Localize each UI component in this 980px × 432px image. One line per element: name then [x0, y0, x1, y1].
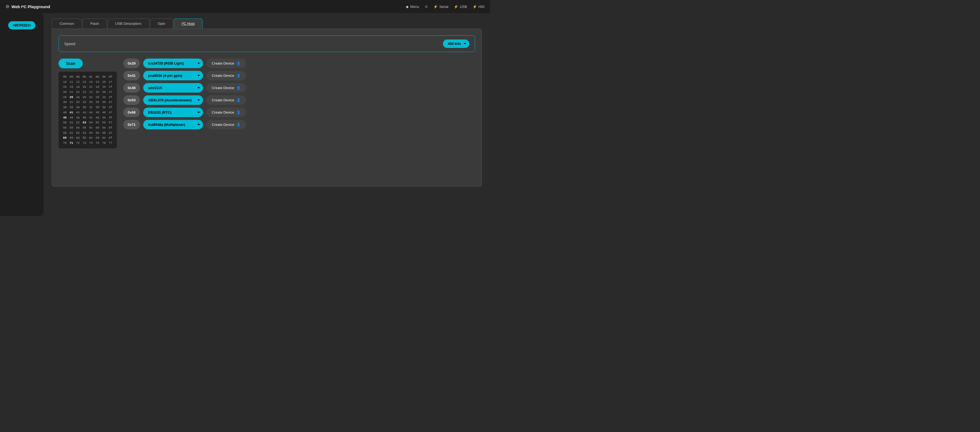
create-device-button[interactable]: Create Device 👤 [206, 83, 246, 92]
hex-row: 6061626364656667 [62, 131, 113, 135]
hex-row: 2021222324252627 [62, 89, 113, 95]
hex-cell: 74 [89, 140, 93, 146]
hex-cell: 46 [102, 110, 107, 115]
hex-cell: 54 [89, 120, 93, 125]
hex-cell: 6e [102, 135, 107, 140]
hex-cell: 52 [75, 120, 80, 125]
device-type-select[interactable]: tcs34725 (RGB Light) [143, 59, 203, 68]
device-row: 0x53ADXL375 (Accelerometer)Create Device… [123, 95, 475, 105]
create-device-button[interactable]: Create Device 👤 [206, 71, 246, 80]
hex-cell: 43 [82, 110, 87, 115]
device-row: 0x68DS3231 (RTC)Create Device 👤 [123, 108, 475, 117]
usb-lightning-icon: ⚡ [454, 5, 458, 9]
scan-button[interactable]: Scan [59, 59, 83, 69]
create-device-button[interactable]: Create Device 👤 [206, 95, 246, 105]
serial-nav-item[interactable]: ⚡ Serial [433, 5, 449, 9]
scan-left: Scan 08090a0b0c0d0e0f1011121314151617181… [59, 59, 117, 148]
hex-cell: 4d [95, 115, 100, 120]
menu-button[interactable]: ◆ Menu [406, 5, 419, 9]
hex-cell: 42 [75, 110, 80, 115]
hex-cell: 64 [89, 131, 93, 135]
person-icon: 👤 [236, 73, 241, 78]
speed-label: Speed [64, 41, 75, 46]
device-row: 0x71tca9548a (Multiplexer)Create Device … [123, 120, 475, 129]
hex-row: 1011121314151617 [62, 80, 113, 85]
main-content: Common Flash USB Descriptors Gpio I²C Ho… [43, 13, 490, 216]
hex-cell: 3c [89, 105, 93, 110]
device-type-select[interactable]: tca9548a (Multiplexer) [143, 120, 203, 129]
hex-cell: 59 [69, 125, 74, 131]
hex-cell: 3f [108, 105, 113, 110]
header-nav: ◆ Menu ⚙ ⚡ Serial ⚡ USB ⚡ HID [406, 5, 485, 9]
hex-cell: 12 [75, 80, 80, 85]
tab-gpio[interactable]: Gpio [150, 19, 173, 29]
hex-cell: 4a [75, 115, 80, 120]
main-layout: <MCP2221> Common Flash USB Descriptors G… [0, 13, 490, 216]
create-device-button[interactable]: Create Device 👤 [206, 120, 246, 129]
hex-cell: 27 [108, 89, 113, 95]
person-icon: 👤 [236, 98, 241, 102]
hex-cell: 16 [102, 80, 107, 85]
hex-cell: 47 [108, 110, 113, 115]
hex-cell: 22 [75, 89, 80, 95]
hex-cell: 77 [108, 140, 113, 146]
create-device-button[interactable]: Create Device 👤 [206, 108, 246, 117]
speed-select[interactable]: 100 kHz 400 kHz 1 MHz [443, 40, 469, 48]
tab-i2c-host[interactable]: I²C Host [174, 19, 202, 29]
hex-cell: 63 [82, 131, 87, 135]
hex-cell: 29 [69, 95, 74, 100]
tab-bar: Common Flash USB Descriptors Gpio I²C Ho… [52, 19, 482, 29]
hex-cell: 14 [89, 80, 93, 85]
sidebar-device-label[interactable]: <MCP2221> [8, 21, 35, 29]
hex-cell: 18 [62, 84, 67, 89]
hex-cell: 3d [95, 105, 100, 110]
hex-cell: 31 [69, 100, 74, 105]
hex-cell: 5d [95, 125, 100, 131]
device-list: 0x29tcs34725 (RGB Light)Create Device 👤0… [123, 59, 475, 129]
header-settings-icon[interactable]: ⚙ [425, 5, 428, 9]
hex-cell: 15 [95, 80, 100, 85]
hex-cell: 13 [82, 80, 87, 85]
hex-cell: 5c [89, 125, 93, 131]
device-type-select[interactable]: DS3231 (RTC) [143, 108, 203, 117]
hex-cell: 23 [82, 89, 87, 95]
hex-cell: 24 [89, 89, 93, 95]
app-title-text: Web I²C Playground [11, 4, 50, 9]
hex-row: 58595a5b5c5d5e5f [62, 125, 113, 131]
hex-cell: 32 [75, 100, 80, 105]
hex-cell: 6d [95, 135, 100, 140]
hex-cell: 0a [75, 74, 80, 80]
tab-content-i2c-host: Speed 100 kHz 400 kHz 1 MHz Scan 08090a0… [52, 29, 482, 187]
hex-grid: 08090a0b0c0d0e0f101112131415161718191a1b… [59, 72, 117, 148]
tab-i2c-host-label: I²C Host [181, 22, 195, 26]
hex-cell: 3a [75, 105, 80, 110]
tab-common[interactable]: Common [52, 19, 82, 29]
device-type-select[interactable]: pca9536 (4-pin gpio) [143, 71, 203, 80]
hex-row: 7071727374757677 [62, 140, 113, 146]
hex-cell: 73 [82, 140, 87, 146]
device-type-select[interactable]: ads1115 [143, 83, 203, 92]
hex-cell: 2d [95, 95, 100, 100]
hex-cell: 30 [62, 100, 67, 105]
hid-lightning-icon: ⚡ [473, 5, 477, 9]
tab-flash[interactable]: Flash [83, 19, 107, 29]
hex-row: 38393a3b3c3d3e3f [62, 105, 113, 110]
device-type-select[interactable]: ADXL375 (Accelerometer) [143, 95, 203, 105]
hex-cell: 2f [108, 95, 113, 100]
hex-cell: 41 [69, 110, 74, 115]
hex-cell: 33 [82, 100, 87, 105]
create-device-button[interactable]: Create Device 👤 [206, 59, 246, 68]
hex-cell: 36 [102, 100, 107, 105]
tab-usb-descriptors[interactable]: USB Descriptors [108, 19, 150, 29]
hid-nav-item[interactable]: ⚡ HID [473, 5, 485, 9]
hex-cell: 11 [69, 80, 74, 85]
serial-lightning-icon: ⚡ [433, 5, 438, 9]
hex-row: 28292a2b2c2d2e2f [62, 95, 113, 100]
hex-cell: 2e [102, 95, 107, 100]
hex-cell: 37 [108, 100, 113, 105]
usb-nav-item[interactable]: ⚡ USB [454, 5, 467, 9]
hex-cell: 44 [89, 110, 93, 115]
hex-cell: 34 [89, 100, 93, 105]
hex-cell: 70 [62, 140, 67, 146]
hex-cell: 0b [82, 74, 87, 80]
